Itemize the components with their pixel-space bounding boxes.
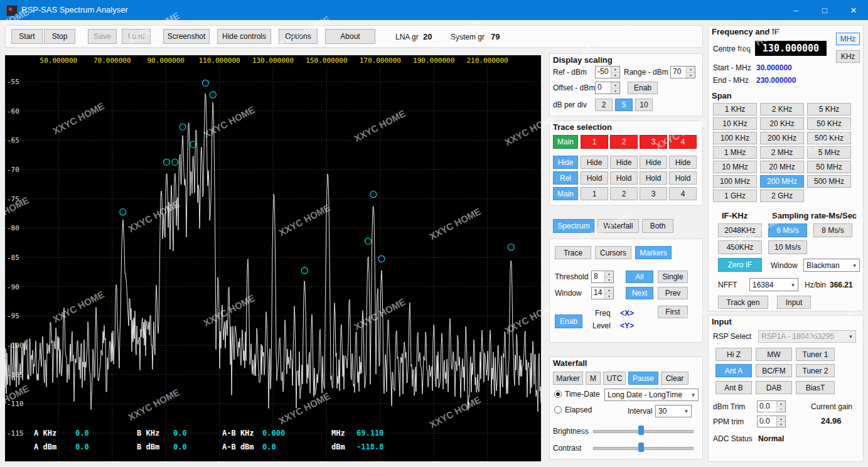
spin-down-icon[interactable]: ▼ (777, 407, 785, 412)
waterfall-clear-button[interactable]: Clear (661, 372, 689, 385)
zero-if-button[interactable]: Zero IF (718, 258, 762, 272)
span-button-5-khz[interactable]: 5 KHz (807, 103, 851, 115)
slider-thumb[interactable] (638, 426, 644, 435)
trace-hold-0[interactable]: Rel (553, 171, 578, 185)
ppm-trim-spinner[interactable]: 0.0 ▲▼ (757, 416, 786, 427)
spin-down-icon[interactable]: ▼ (687, 73, 695, 78)
time-format-dropdown[interactable]: Long Date - LongTime ▾ (604, 389, 699, 401)
trace-select-2[interactable]: 2 (610, 135, 638, 149)
trace-select-3[interactable]: 3 (640, 135, 667, 149)
mhz-button[interactable]: MHz (836, 33, 860, 45)
scaling-enab-button[interactable]: Enab (628, 82, 658, 94)
contrast-slider[interactable] (593, 442, 694, 453)
peak-marker[interactable] (172, 159, 178, 165)
span-button-10-mhz[interactable]: 10 MHz (713, 161, 757, 173)
spin-down-icon[interactable]: ▼ (777, 422, 785, 427)
input-tuner-2[interactable]: Tuner 2 (796, 364, 835, 377)
peak-marker[interactable] (210, 92, 216, 98)
spin-up-icon[interactable]: ▲ (777, 416, 785, 422)
offset-dbm-spinner[interactable]: 0 ▲▼ (595, 82, 620, 94)
peak-marker[interactable] (365, 238, 372, 244)
markers-all-button[interactable]: All (626, 271, 653, 283)
input-biast[interactable]: BiasT (796, 381, 835, 394)
waterfall-pause-button[interactable]: Pause (628, 372, 658, 385)
input-tuner-1[interactable]: Tuner 1 (796, 348, 835, 361)
span-button-50-mhz[interactable]: 50 MHz (807, 161, 851, 173)
view-waterfall-button[interactable]: Waterfall (597, 219, 639, 233)
db-div-10-button[interactable]: 10 (635, 99, 653, 111)
peak-marker[interactable] (179, 124, 186, 130)
stop-button[interactable]: Stop (44, 29, 75, 44)
input-ant-a[interactable]: Ant A (715, 364, 752, 377)
view-spectrum-button[interactable]: Spectrum (553, 219, 594, 233)
slider-thumb[interactable] (638, 443, 644, 452)
peak-marker[interactable] (378, 255, 385, 262)
spin-down-icon[interactable]: ▼ (605, 277, 613, 283)
trace-hide-0[interactable]: Hide (553, 156, 578, 169)
spin-up-icon[interactable]: ▲ (611, 67, 619, 73)
ref-dbm-spinner[interactable]: -50 ▲▼ (595, 66, 620, 78)
brightness-slider[interactable] (593, 425, 694, 436)
about-button[interactable]: About (325, 29, 375, 44)
trace-row-main-0[interactable]: Main (553, 187, 578, 200)
span-button-5-mhz[interactable]: 5 MHz (807, 146, 851, 159)
span-button-500-khz[interactable]: 500 KHz (807, 132, 851, 144)
spin-up-icon[interactable]: ▲ (605, 287, 613, 294)
trace-row-main-4[interactable]: 4 (669, 187, 697, 200)
trace-hide-2[interactable]: Hide (610, 156, 638, 169)
peak-marker[interactable] (120, 209, 126, 215)
span-button-2-khz[interactable]: 2 KHz (760, 103, 804, 115)
input-hi-z[interactable]: Hi Z (715, 348, 752, 361)
rate-8mss-button[interactable]: 8 Ms/s (813, 223, 852, 237)
spin-down-icon[interactable]: ▼ (611, 89, 619, 94)
waterfall-m-button[interactable]: M (586, 372, 601, 385)
span-button-2-ghz[interactable]: 2 GHz (760, 190, 804, 202)
if-2048khz-button[interactable]: 2048KHz (718, 223, 762, 237)
span-button-200-mhz[interactable]: 200 MHz (760, 175, 804, 188)
centre-freq-display[interactable]: 130.000000 (755, 41, 827, 56)
threshold-spinner[interactable]: 8 ▲▼ (591, 271, 614, 283)
span-button-500-mhz[interactable]: 500 MHz (807, 175, 851, 188)
spin-down-icon[interactable]: ▼ (611, 73, 619, 78)
span-button-1-khz[interactable]: 1 KHz (713, 103, 757, 115)
markers-single-button[interactable]: Single (658, 271, 688, 283)
markers-enab-button[interactable]: Enab (555, 314, 582, 328)
minimize-button[interactable]: – (781, 0, 810, 20)
start-button[interactable]: Start (11, 29, 43, 44)
tab-cursors[interactable]: Cursors (595, 246, 631, 259)
span-button-1-ghz[interactable]: 1 GHz (713, 190, 757, 202)
db-div-5-button[interactable]: 5 (615, 99, 633, 111)
spin-up-icon[interactable]: ▲ (777, 401, 785, 407)
rsp-select-dropdown[interactable]: RSP1A - 1804063295 ▾ (758, 330, 856, 343)
span-button-50-khz[interactable]: 50 KHz (807, 117, 851, 130)
trace-select-4[interactable]: 4 (669, 135, 697, 149)
elapsed-radio[interactable]: Elapsed (554, 405, 592, 414)
span-button-20-mhz[interactable]: 20 MHz (760, 161, 804, 173)
trace-hold-3[interactable]: Hold (640, 171, 667, 185)
screenshot-button[interactable]: Screenshot (163, 29, 210, 44)
trace-hide-4[interactable]: Hide (669, 156, 697, 169)
span-button-10-khz[interactable]: 10 KHz (713, 117, 757, 130)
save-button[interactable]: Save (88, 29, 117, 44)
peak-marker[interactable] (508, 244, 514, 250)
span-button-2-mhz[interactable]: 2 MHz (760, 146, 804, 159)
tab-markers[interactable]: Markers (635, 246, 672, 259)
close-button[interactable]: ✕ (839, 0, 868, 20)
trace-hide-1[interactable]: Hide (581, 156, 608, 169)
spectrum-plot[interactable]: 50.00000070.00000090.000000110.000000130… (5, 55, 541, 461)
markers-prev-button[interactable]: Prev (658, 287, 688, 299)
peak-marker[interactable] (164, 159, 170, 165)
trace-hold-1[interactable]: Hold (581, 171, 608, 185)
load-button[interactable]: Load (122, 29, 151, 44)
span-button-200-khz[interactable]: 200 KHz (760, 132, 804, 144)
peak-marker[interactable] (370, 191, 377, 198)
maximize-button[interactable]: □ (810, 0, 839, 20)
options-button[interactable]: Options (279, 29, 318, 44)
if-450khz-button[interactable]: 450KHz (718, 240, 762, 254)
fft-window-dropdown[interactable]: Blackman ▾ (803, 259, 860, 272)
nfft-dropdown[interactable]: 16384 ▾ (749, 278, 798, 291)
input-button[interactable]: Input (777, 296, 811, 309)
track-gen-button[interactable]: Track gen (718, 296, 768, 309)
time-date-radio[interactable]: Time-Date (554, 390, 600, 399)
span-button-1-mhz[interactable]: 1 MHz (713, 146, 757, 159)
